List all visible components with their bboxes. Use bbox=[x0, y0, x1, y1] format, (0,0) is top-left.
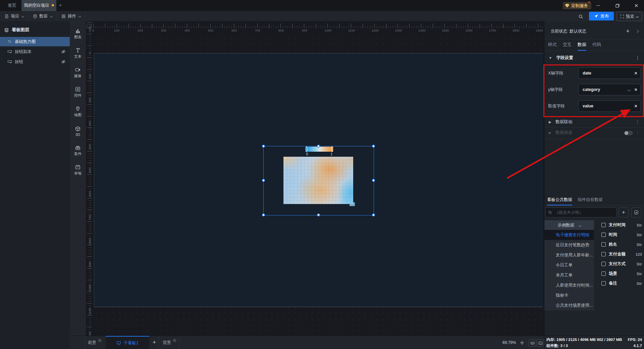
menu-data[interactable]: 数据 bbox=[29, 11, 57, 21]
toolbox-item-chart[interactable]: 图表 bbox=[70, 26, 86, 42]
data-field-row[interactable]: 支付金额123 bbox=[599, 249, 644, 259]
canvas-viewport[interactable]: 0100200300400500600700800900100011001200… bbox=[86, 21, 544, 336]
inspector-tab[interactable]: 数据 bbox=[578, 39, 586, 51]
data-field-row[interactable]: 姓名Str bbox=[599, 240, 644, 249]
ruler-label: 1200 bbox=[88, 330, 92, 336]
add-subboard-button[interactable]: + bbox=[150, 336, 158, 349]
add-foreground-button[interactable] bbox=[98, 339, 102, 343]
search-icon[interactable] bbox=[578, 13, 584, 19]
dataset-item[interactable]: 今日工单 bbox=[544, 260, 594, 270]
clear-field-button[interactable]: × bbox=[634, 101, 637, 111]
add-background-button[interactable] bbox=[173, 339, 176, 343]
field-checkbox[interactable] bbox=[601, 281, 606, 286]
field-settings-header[interactable]: ▼ 字段设置 ⋮ bbox=[544, 52, 644, 64]
inspector-tab[interactable]: 代码 bbox=[592, 39, 601, 50]
inspector-tab[interactable]: 交互 bbox=[563, 39, 572, 50]
chevron-down-icon[interactable] bbox=[628, 88, 631, 92]
data-field-row[interactable]: 时间Str bbox=[599, 230, 644, 240]
dataset-search-box[interactable] bbox=[545, 207, 617, 217]
data-field-row[interactable]: 支付方式Str bbox=[599, 259, 644, 269]
toolbox-item-text[interactable]: 文本 bbox=[70, 46, 86, 61]
menu-project[interactable]: 项目 bbox=[0, 11, 29, 21]
data-panel-tab[interactable]: 看板公共数据 bbox=[547, 195, 572, 205]
window-restore-button[interactable] bbox=[612, 0, 623, 11]
layer-item[interactable]: 按钮 bbox=[0, 57, 70, 66]
field-value-input[interactable]: value× bbox=[578, 100, 641, 112]
selection-bounding-box[interactable] bbox=[263, 146, 374, 215]
chevron-right-icon[interactable] bbox=[636, 30, 639, 33]
clear-field-button[interactable]: × bbox=[634, 84, 637, 95]
publish-button[interactable]: 发布 bbox=[589, 12, 614, 20]
dataset-item[interactable]: 公共支付场景使用... bbox=[544, 300, 594, 310]
ruler-corner-toggle[interactable] bbox=[87, 24, 92, 29]
field-checkbox[interactable] bbox=[601, 242, 606, 247]
dataset-item[interactable]: 支付使用人群年龄... bbox=[544, 250, 594, 260]
zoom-level-display[interactable]: 69.79% bbox=[502, 336, 516, 349]
new-project-tab-button[interactable]: + bbox=[57, 0, 64, 11]
fit-to-screen-button[interactable] bbox=[519, 339, 525, 346]
field-checkbox[interactable] bbox=[601, 223, 606, 227]
add-dataset-button[interactable]: + bbox=[619, 207, 629, 217]
console-button[interactable] bbox=[537, 339, 544, 347]
tab-project[interactable]: 我的空白项目 bbox=[21, 0, 56, 11]
field-checkbox[interactable] bbox=[601, 271, 606, 276]
toolbox-item-widget[interactable]: 控件 bbox=[70, 85, 86, 100]
kebab-menu-icon[interactable]: ⋮ bbox=[635, 117, 640, 127]
background-label[interactable]: 背景 bbox=[163, 336, 171, 349]
ruler-label: 300 bbox=[88, 118, 92, 129]
shortcut-keys-button[interactable] bbox=[529, 339, 536, 347]
menu-operations[interactable]: 操作 bbox=[57, 11, 86, 21]
layer-item[interactable]: 基础热力图 bbox=[0, 37, 70, 46]
dataset-search-input[interactable] bbox=[554, 210, 616, 215]
kebab-menu-icon[interactable]: ⋮ bbox=[635, 128, 640, 138]
eye-off-icon[interactable] bbox=[61, 49, 66, 54]
window-minimize-button[interactable] bbox=[592, 0, 604, 11]
dataset-item[interactable]: 本月工单 bbox=[544, 270, 594, 280]
field-checkbox[interactable] bbox=[601, 233, 606, 237]
inspector-tab[interactable]: 样式 bbox=[548, 39, 557, 50]
data-field-row[interactable]: 备注Str bbox=[599, 279, 644, 288]
data-panel-tab[interactable]: 组件自有数据 bbox=[578, 195, 603, 205]
subboard-tab[interactable]: 子看板1 bbox=[106, 336, 149, 349]
field-checkbox[interactable] bbox=[601, 262, 606, 266]
add-state-button[interactable]: + bbox=[626, 25, 630, 38]
preview-button[interactable]: 预览 bbox=[616, 12, 642, 21]
field-value-input[interactable]: category× bbox=[578, 84, 641, 95]
kebab-menu-icon[interactable]: ⋮ bbox=[635, 52, 640, 64]
eye-off-icon[interactable] bbox=[61, 59, 66, 64]
foreground-label[interactable]: 前景 bbox=[88, 336, 96, 349]
selection-handle[interactable] bbox=[262, 213, 265, 216]
selection-handle[interactable] bbox=[262, 145, 265, 148]
layer-item[interactable]: 按钮副本 bbox=[0, 47, 70, 56]
selection-handle[interactable] bbox=[372, 179, 375, 182]
selection-handle[interactable] bbox=[372, 145, 375, 148]
custom-service-badge[interactable]: 定制服务 bbox=[563, 2, 591, 9]
toolbox-item-kit[interactable]: 套件 bbox=[70, 143, 86, 158]
clear-field-button[interactable]: × bbox=[634, 68, 637, 79]
dataset-item[interactable]: 电子缴费支付明细 bbox=[544, 230, 594, 240]
dataset-item[interactable]: 近日支付笔数趋势 bbox=[544, 240, 594, 250]
edit-dataset-button[interactable] bbox=[631, 207, 641, 217]
window-close-button[interactable]: ✕ bbox=[631, 0, 642, 11]
data-filter-toggle[interactable] bbox=[624, 131, 633, 135]
selection-handle[interactable] bbox=[317, 213, 320, 216]
tab-home[interactable]: 首页 bbox=[3, 0, 21, 11]
field-type-label: Str bbox=[637, 282, 642, 286]
selection-handle[interactable] bbox=[317, 145, 320, 148]
data-linkage-section[interactable]: ▶ 数据联动 ⋮ bbox=[544, 117, 644, 127]
toolbox-item-map[interactable]: 地图 bbox=[70, 104, 86, 119]
data-field-row[interactable]: 支付时间Str bbox=[599, 220, 644, 230]
selection-handle[interactable] bbox=[262, 179, 265, 182]
selection-handle[interactable] bbox=[372, 213, 375, 216]
dataset-item[interactable]: 指标卡 bbox=[544, 290, 594, 300]
toolbox-item-media[interactable]: 媒体 bbox=[70, 65, 86, 81]
field-value-input[interactable]: date× bbox=[578, 67, 641, 79]
toolbox-item-cube[interactable]: 3D bbox=[70, 123, 86, 139]
dataset-group-dropdown[interactable]: 示例数据 bbox=[544, 220, 594, 230]
data-field-row[interactable]: 场景Str bbox=[599, 269, 644, 279]
toolbox-item-local[interactable]: 本地 bbox=[70, 162, 86, 178]
close-icon: ✕ bbox=[634, 3, 639, 9]
dataset-item[interactable]: 人群使用支付时间... bbox=[544, 280, 594, 290]
data-filter-section[interactable]: ▶ 数据筛选 ⋮ bbox=[544, 128, 644, 138]
field-checkbox[interactable] bbox=[601, 252, 606, 256]
